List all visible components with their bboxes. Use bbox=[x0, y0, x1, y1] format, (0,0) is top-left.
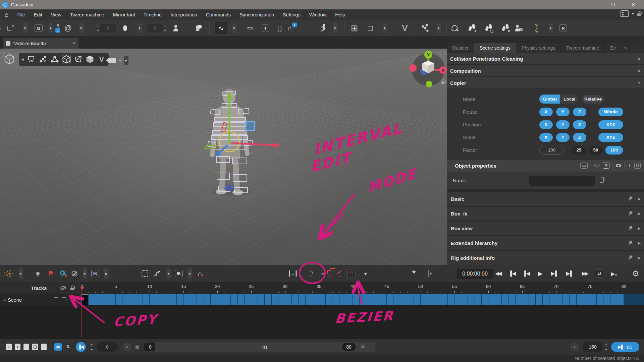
factor-25-button[interactable]: 25 bbox=[572, 146, 586, 155]
keyframe-cell[interactable] bbox=[556, 294, 562, 305]
plane-arrow-icon[interactable] bbox=[74, 55, 83, 64]
keyframe-cell[interactable] bbox=[150, 294, 156, 305]
keyframe-cell[interactable] bbox=[285, 294, 291, 305]
menu-settings[interactable]: Settings bbox=[283, 12, 300, 17]
v-logo-icon[interactable]: V bbox=[402, 23, 408, 33]
next-frame-button[interactable]: ▶▌ bbox=[551, 270, 558, 277]
v-mode-icon[interactable]: V bbox=[97, 55, 106, 64]
flag-icon[interactable]: ⚑ bbox=[48, 269, 54, 278]
keyframe-cell[interactable] bbox=[529, 294, 535, 305]
keyframe-cell-selected[interactable] bbox=[82, 294, 88, 305]
keyframe-cell[interactable] bbox=[400, 294, 407, 305]
scene-keyframe-band[interactable] bbox=[80, 294, 644, 305]
rotate-y-button[interactable]: Y bbox=[556, 108, 570, 116]
value-field-2[interactable]: 0 bbox=[147, 24, 163, 33]
character-icon[interactable] bbox=[173, 25, 178, 31]
keyframe-cell[interactable] bbox=[251, 294, 258, 305]
menu-mirror-tool[interactable]: Mirror tool bbox=[113, 12, 135, 17]
tween-curve-button[interactable]: ∿ bbox=[215, 22, 227, 34]
keyframe-cell[interactable] bbox=[312, 294, 319, 305]
easel-icon[interactable] bbox=[27, 55, 36, 64]
prev-range-button[interactable]: ‹ bbox=[123, 343, 131, 351]
scale-z-button[interactable]: Z bbox=[573, 133, 586, 142]
keyframe-cell[interactable] bbox=[590, 294, 596, 305]
jump-start-button[interactable]: ▐◀ bbox=[508, 270, 516, 277]
start-frame-stepper[interactable]: +− bbox=[91, 344, 93, 350]
keyframe-cell[interactable] bbox=[136, 294, 143, 305]
close-button[interactable]: ✕ bbox=[626, 0, 641, 9]
interval-icon[interactable]: ↔ bbox=[289, 270, 297, 277]
keyframe-cell[interactable] bbox=[143, 294, 149, 305]
camera-expander[interactable]: ▶ bbox=[124, 56, 128, 65]
bezier-mode-icon-active[interactable]: ∩↔ bbox=[347, 270, 356, 278]
keyframe-cell[interactable] bbox=[231, 294, 237, 305]
keyframe-cell[interactable] bbox=[332, 294, 339, 305]
autokey-expander[interactable]: ▶ bbox=[19, 268, 23, 279]
range-end-value[interactable]: 80 bbox=[342, 343, 356, 351]
keyframe-cell[interactable] bbox=[434, 294, 440, 305]
keyframe-cell[interactable] bbox=[522, 294, 529, 305]
brackets-icon[interactable]: [] bbox=[277, 24, 283, 32]
keyframe-cell[interactable] bbox=[299, 294, 305, 305]
keyframe-cell[interactable] bbox=[536, 294, 542, 305]
fill-shape-icon[interactable] bbox=[196, 25, 202, 31]
collapse-left-icon[interactable]: ◀ bbox=[21, 58, 24, 61]
menu-help[interactable]: Help bbox=[335, 12, 345, 17]
lasso-brush-icon[interactable] bbox=[452, 25, 459, 31]
keyframe-cell[interactable] bbox=[102, 294, 109, 305]
visible-range-scrollbar[interactable]: 81 80 ≣ bbox=[155, 342, 375, 352]
eye-icon[interactable] bbox=[616, 164, 621, 167]
section-basic[interactable]: Basic▶ bbox=[447, 192, 644, 206]
mode-local-button[interactable]: Local bbox=[560, 95, 579, 104]
next-range-button[interactable]: › bbox=[570, 343, 579, 351]
interp-expander[interactable]: ▶ bbox=[167, 268, 171, 279]
joints-icon[interactable] bbox=[39, 55, 47, 64]
autokey-icon[interactable] bbox=[6, 270, 13, 277]
menu-interpolation[interactable]: Interpolation bbox=[170, 12, 197, 17]
fast-forward-button[interactable]: ▶▶ bbox=[582, 270, 587, 277]
pin-icon[interactable] bbox=[627, 210, 633, 217]
scene-checkbox-1[interactable] bbox=[54, 297, 58, 302]
keyframe-cell[interactable] bbox=[502, 294, 508, 305]
position-xyz-button[interactable]: XYZ bbox=[598, 120, 623, 129]
keyframe-cell[interactable] bbox=[245, 294, 251, 305]
position-x-button[interactable]: X bbox=[539, 120, 553, 129]
tab-physics-settings[interactable]: Physics settings bbox=[516, 43, 561, 53]
animation-runner-icon[interactable] bbox=[320, 24, 327, 33]
timeline-drag-handle[interactable]: ⋮⋮ bbox=[0, 271, 7, 276]
key-delete-icon[interactable]: ✕ bbox=[60, 270, 66, 277]
timeline-settings-gear-icon[interactable]: ⚙ bbox=[632, 269, 639, 278]
monitor-icon[interactable]: ▭ bbox=[580, 163, 587, 169]
pin-icon[interactable] bbox=[627, 195, 633, 202]
keyframe-cell[interactable] bbox=[265, 294, 271, 305]
rotate-x-button[interactable]: X bbox=[539, 108, 553, 116]
loop-button-active[interactable]: ⇄ bbox=[595, 269, 604, 278]
character-model[interactable] bbox=[210, 89, 251, 195]
document-tab[interactable]: *Admire Bow.fbx × bbox=[3, 38, 78, 49]
layout-panel-icon[interactable] bbox=[621, 10, 629, 17]
layout-dropdown-icon[interactable]: ▼ bbox=[631, 12, 635, 16]
pivot-icon[interactable]: @ bbox=[64, 24, 72, 33]
tracks-drag-handle[interactable]: ⋮⋮ bbox=[2, 286, 10, 290]
menu-window[interactable]: Window bbox=[309, 12, 327, 17]
keyframe-cell[interactable] bbox=[603, 294, 610, 305]
collapse-icon[interactable]: ◀ bbox=[321, 272, 324, 275]
keyframe-cell[interactable] bbox=[339, 294, 346, 305]
keyframe-cell[interactable] bbox=[89, 294, 95, 305]
tab-scene-settings[interactable]: Scene settings bbox=[474, 43, 516, 53]
keyframe-cell[interactable] bbox=[224, 294, 230, 305]
scene-track-header[interactable]: + Scene bbox=[0, 294, 80, 306]
menu-synchronization[interactable]: Synchronization bbox=[239, 12, 274, 17]
mode-global-local-segment[interactable]: Global Local bbox=[539, 95, 579, 104]
keyframe-cell[interactable] bbox=[156, 294, 163, 305]
viewport-3d[interactable]: ◀ V ▼ ▶ Y X bbox=[0, 49, 447, 265]
hexagon-wire-icon-active[interactable] bbox=[62, 55, 71, 64]
duplicate-track-icon[interactable]: ❏ bbox=[32, 344, 38, 350]
section-box-view[interactable]: Box view▶ bbox=[447, 222, 644, 235]
footsteps-p-icon[interactable]: Ρ bbox=[502, 24, 509, 32]
pin-icon[interactable] bbox=[627, 254, 633, 261]
keyframe-cell[interactable] bbox=[292, 294, 298, 305]
position-y-button[interactable]: Y bbox=[556, 120, 570, 129]
prev-frame-button[interactable]: ▐◀ bbox=[523, 270, 530, 277]
ellipse-expander[interactable]: ▶ bbox=[138, 23, 142, 33]
